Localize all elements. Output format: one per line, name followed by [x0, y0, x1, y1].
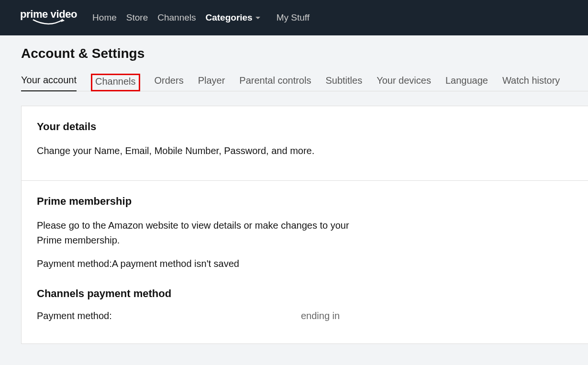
prime-membership-description: Please go to the Amazon website to view … — [37, 218, 353, 248]
nav-store[interactable]: Store — [126, 12, 148, 23]
section-your-details[interactable]: Your details Change your Name, Email, Mo… — [22, 106, 588, 181]
tabs-row: Your account Channels Orders Player Pare… — [21, 74, 588, 91]
tab-subtitles[interactable]: Subtitles — [325, 75, 362, 91]
channels-payment-title: Channels payment method — [37, 288, 573, 300]
tab-your-account[interactable]: Your account — [21, 75, 77, 91]
smile-icon — [30, 19, 67, 27]
tab-language[interactable]: Language — [445, 75, 488, 91]
prime-membership-title: Prime membership — [37, 195, 573, 208]
your-details-description: Change your Name, Email, Mobile Number, … — [37, 144, 353, 158]
prime-payment-row: Payment method:A payment method isn't sa… — [37, 258, 573, 269]
tab-orders[interactable]: Orders — [155, 75, 184, 91]
prime-payment-label: Payment method: — [37, 258, 112, 269]
logo[interactable]: prime video — [20, 8, 77, 27]
tab-player[interactable]: Player — [198, 75, 225, 91]
tab-your-devices[interactable]: Your devices — [377, 75, 431, 91]
nav-channels[interactable]: Channels — [157, 12, 196, 23]
tab-watch-history[interactable]: Watch history — [502, 75, 560, 91]
your-details-title: Your details — [37, 121, 573, 133]
nav-home[interactable]: Home — [92, 12, 117, 23]
channels-payment-value: ending in — [301, 310, 340, 321]
channels-payment-row: Payment method: ending in — [37, 310, 573, 321]
nav-categories[interactable]: Categories — [205, 12, 260, 23]
caret-down-icon — [255, 17, 260, 19]
channels-payment-label: Payment method: — [37, 310, 301, 321]
top-nav: prime video Home Store Channels Categori… — [0, 0, 588, 35]
nav-items: Home Store Channels Categories My Stuff — [92, 12, 310, 23]
section-prime-membership: Prime membership Please go to the Amazon… — [22, 181, 588, 343]
tab-channels[interactable]: Channels — [91, 74, 140, 91]
prime-payment-value: A payment method isn't saved — [112, 258, 239, 269]
page-container: Account & Settings Your account Channels… — [0, 35, 588, 344]
page-title: Account & Settings — [21, 46, 588, 61]
content-panel: Your details Change your Name, Email, Mo… — [21, 106, 588, 344]
nav-mystuff[interactable]: My Stuff — [277, 12, 310, 23]
tab-parental-controls[interactable]: Parental controls — [239, 75, 311, 91]
section-channels-payment: Channels payment method Payment method: … — [37, 288, 573, 321]
